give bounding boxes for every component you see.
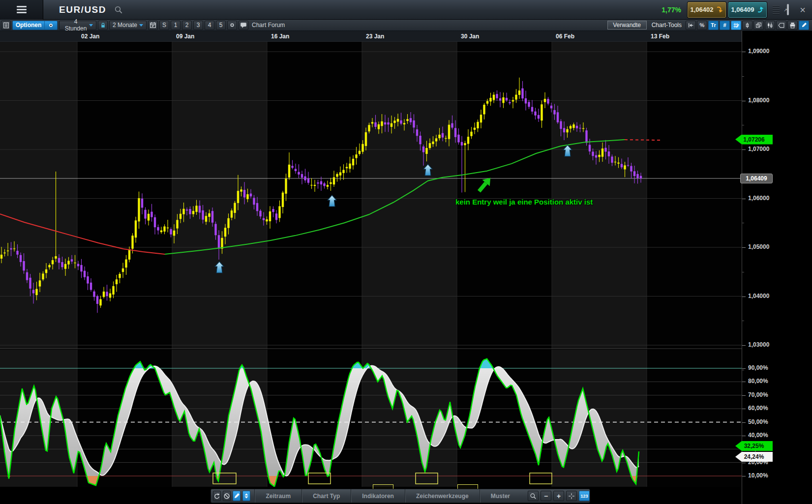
options-gear-icon[interactable] <box>44 21 57 30</box>
zoom-out-button[interactable]: − <box>541 491 551 501</box>
reset-chart-icon-button[interactable] <box>213 491 221 501</box>
price-axis[interactable]: 1,090001,080001,070001,060001,050001,040… <box>742 31 812 504</box>
crosshair-button[interactable] <box>566 491 577 501</box>
buy-price-button[interactable]: 1,06409 <box>728 1 767 18</box>
compare-charts-button[interactable] <box>765 21 775 30</box>
chart-tools-label: Chart-Tools <box>652 22 682 29</box>
bottom-menu-zeitraum[interactable]: Zeitraum <box>254 489 301 503</box>
date-axis-label: 09 Jan <box>176 33 194 40</box>
range-dropdown[interactable]: 2 Monate <box>109 21 147 30</box>
price-ladder-button[interactable]: 123 <box>579 491 590 501</box>
zoom-in-button[interactable]: + <box>553 491 564 501</box>
options-button[interactable]: Optionen <box>12 21 58 30</box>
ma-price-tag: 1,07206 <box>735 135 773 145</box>
trading-app-window: EUR/USD 1,77% 1,06402 1,06409 ↗ × Option… <box>0 0 812 504</box>
print-button[interactable] <box>787 21 798 30</box>
stoch-d-tag: 24,24% <box>735 452 773 462</box>
buy-price-value: 1,06409 <box>731 6 754 13</box>
timeframe-dropdown[interactable]: 4 Stunden <box>59 21 96 30</box>
stoch-axis-label: 70,00% <box>748 391 768 398</box>
layout-button-4[interactable]: 4 <box>205 21 214 30</box>
candle-type-button[interactable] <box>742 21 752 30</box>
window-layout-button[interactable] <box>753 21 764 30</box>
layout-button-S[interactable]: S <box>159 21 169 30</box>
price-up-arrow-icon <box>757 6 764 13</box>
stoch-axis-label: 60,00% <box>748 405 768 412</box>
stoch-axis-label: 80,00% <box>748 378 768 385</box>
layout-button-5[interactable]: 5 <box>216 21 226 30</box>
chart-forum-link[interactable]: Chart Forum <box>252 22 285 29</box>
stoch-axis-label: 10,00% <box>748 472 768 479</box>
layout-button-2[interactable]: 2 <box>182 21 192 30</box>
text-tool-button[interactable]: Tr <box>708 21 719 30</box>
calendar-icon-button[interactable] <box>148 21 158 30</box>
grid-toggle-button[interactable]: # <box>720 21 730 30</box>
price-axis-label: 1,05000 <box>748 243 769 250</box>
date-axis-label: 02 Jan <box>81 33 99 40</box>
undo-icon-button[interactable] <box>686 21 696 30</box>
popout-window-button[interactable]: ↗ <box>782 4 793 15</box>
sell-price-button[interactable]: 1,06402 <box>687 1 726 18</box>
price-axis-label: 1,03000 <box>748 341 769 348</box>
related-button[interactable]: Verwandte <box>607 21 647 30</box>
stoch-axis-label: 90,00% <box>748 364 768 371</box>
price-axis-label: 1,06000 <box>748 195 769 202</box>
chevron-down-icon <box>89 24 93 27</box>
disable-drawing-icon-button[interactable] <box>223 491 231 501</box>
date-axis-label: 30 Jan <box>461 33 479 40</box>
date-axis-label: 06 Feb <box>556 33 574 40</box>
scroll-mode-icon-button[interactable] <box>242 491 250 501</box>
chat-icon-button[interactable] <box>239 21 248 30</box>
draw-mode-icon-button[interactable] <box>233 491 241 501</box>
range-value: 2 Monate <box>113 22 137 29</box>
zoom-icon-button[interactable] <box>528 491 539 501</box>
sell-price-value: 1,06402 <box>691 6 714 13</box>
date-axis[interactable]: 02 Jan09 Jan16 Jan23 Jan30 Jan06 Feb13 F… <box>0 31 742 42</box>
change-percent-badge: 1,77% <box>662 6 681 14</box>
price-axis-label: 1,07000 <box>748 146 769 152</box>
close-button[interactable]: × <box>797 4 808 15</box>
chart-toolbar: Optionen 4 Stunden 2 Monate S12345 Chart… <box>0 20 812 31</box>
window-drag-grip[interactable] <box>773 1 780 18</box>
bottom-menu-chart-typ[interactable]: Chart Typ <box>301 489 351 503</box>
stoch-axis-label: 50,00% <box>748 418 768 425</box>
page-title: EUR/USD <box>59 4 106 15</box>
last-price-tag: 1,06409 <box>740 174 773 183</box>
price-axis-label: 1,09000 <box>748 48 769 55</box>
layout-button-1[interactable]: 1 <box>171 21 180 30</box>
layout-button-3[interactable]: 3 <box>193 21 203 30</box>
price-axis-label: 1,08000 <box>748 97 769 104</box>
bottom-menu-indikatoren[interactable]: Indikatoren <box>351 489 405 503</box>
stoch-axis-label: 40,00% <box>748 432 768 439</box>
price-down-arrow-icon <box>716 6 723 13</box>
search-icon[interactable] <box>114 5 123 14</box>
chart-settings-gear-button[interactable] <box>227 21 237 30</box>
stoch-k-tag: 32,25% <box>735 441 773 451</box>
chevron-down-icon <box>139 24 143 27</box>
chart-annotation-text: kein Entry weil ja eine Position aktiv i… <box>455 198 593 206</box>
draw-grid-tool-button[interactable] <box>731 21 741 30</box>
main-menu-button[interactable] <box>0 0 43 20</box>
price-axis-label: 1,04000 <box>748 293 769 299</box>
title-bar: EUR/USD 1,77% 1,06402 1,06409 ↗ × <box>0 0 812 20</box>
bottom-toolbar: ZeitraumChart TypIndikatorenZeichenwerkz… <box>211 489 590 503</box>
watchlist-icon-button[interactable] <box>1 21 11 30</box>
bottom-menu-muster[interactable]: Muster <box>480 489 521 503</box>
edit-settings-button[interactable] <box>799 21 809 30</box>
timeframe-value: 4 Stunden <box>62 18 89 32</box>
percent-scale-button[interactable]: % <box>697 21 707 30</box>
date-axis-label: 13 Feb <box>651 33 669 40</box>
label-tag-button[interactable] <box>776 21 786 30</box>
date-axis-label: 23 Jan <box>366 33 384 40</box>
date-axis-label: 16 Jan <box>271 33 289 40</box>
lock-button[interactable] <box>98 21 108 30</box>
bottom-menu-zeichenwerkzeuge[interactable]: Zeichenwerkzeuge <box>405 489 480 503</box>
stochastic-indicator-panel[interactable] <box>0 350 742 487</box>
options-label: Optionen <box>13 22 44 29</box>
main-price-chart[interactable] <box>0 42 742 349</box>
